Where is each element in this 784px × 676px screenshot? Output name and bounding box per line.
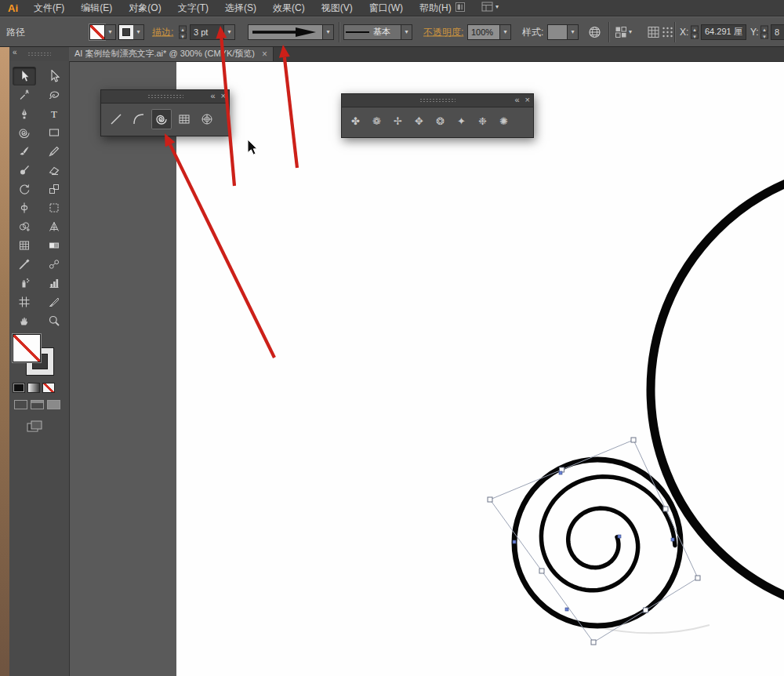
close-icon[interactable]: × bbox=[221, 91, 226, 101]
opacity-value[interactable]: 100% bbox=[467, 24, 500, 40]
symbol-styler-tool[interactable]: ✺ bbox=[494, 111, 514, 130]
rotate-tool[interactable] bbox=[13, 180, 35, 198]
normal-screen-mode-button[interactable] bbox=[14, 400, 27, 409]
slice-tool[interactable] bbox=[43, 293, 65, 311]
drag-handle[interactable] bbox=[27, 52, 51, 56]
paintbrush-tool[interactable] bbox=[13, 143, 35, 160]
blob-brush-tool[interactable] bbox=[13, 162, 35, 179]
stroke-weight-combo[interactable]: 3 pt ▾ bbox=[190, 24, 235, 40]
none-button[interactable] bbox=[42, 383, 55, 393]
menu-help[interactable]: 帮助(H) bbox=[416, 1, 455, 16]
polar-grid-tool[interactable] bbox=[197, 109, 217, 129]
symbol-stainer-tool[interactable]: ✦ bbox=[452, 111, 471, 130]
direct-selection-tool[interactable] bbox=[43, 67, 65, 85]
drag-handle[interactable] bbox=[419, 98, 456, 103]
stroke-weight-value[interactable]: 3 pt bbox=[190, 24, 224, 40]
opacity-panel-link[interactable]: 不透明度: bbox=[423, 25, 463, 38]
fill-color-swatch[interactable] bbox=[13, 334, 41, 362]
chevron-down-icon[interactable]: ▾ bbox=[133, 24, 144, 40]
free-transform-tool[interactable] bbox=[43, 199, 65, 216]
y-stepper[interactable]: ▴ ▾ bbox=[760, 25, 768, 38]
opacity-combo[interactable]: 100% ▾ bbox=[467, 24, 511, 40]
preferences-dropdown[interactable]: ▾ bbox=[615, 26, 632, 38]
step-down-icon[interactable]: ▾ bbox=[760, 32, 768, 38]
pen-tool[interactable] bbox=[13, 105, 35, 122]
step-down-icon[interactable]: ▾ bbox=[179, 32, 187, 38]
eraser-tool[interactable] bbox=[43, 162, 65, 179]
rectangle-tool[interactable] bbox=[43, 124, 65, 141]
hand-tool[interactable] bbox=[13, 312, 35, 329]
stroke-panel-link[interactable]: 描边: bbox=[152, 25, 173, 38]
type-tool[interactable]: T bbox=[43, 105, 65, 122]
menu-object[interactable]: 对象(O) bbox=[125, 1, 164, 16]
chevron-down-icon[interactable]: ▾ bbox=[401, 24, 412, 40]
perspective-grid-tool[interactable] bbox=[43, 218, 65, 235]
line-tools-panel[interactable]: « × bbox=[100, 89, 230, 136]
symbol-spinner-tool[interactable]: ❂ bbox=[430, 111, 450, 130]
workspace-switcher-icon[interactable]: ▾ bbox=[481, 2, 499, 12]
shape-builder-tool[interactable] bbox=[13, 218, 35, 235]
canvas-area[interactable] bbox=[70, 61, 784, 676]
gradient-tool[interactable] bbox=[43, 237, 65, 254]
change-screen-mode-icon[interactable] bbox=[27, 420, 69, 433]
menu-file[interactable]: 文件(F) bbox=[31, 1, 67, 16]
fullscreen-menu-mode-button[interactable] bbox=[31, 400, 44, 409]
spiral-tool[interactable] bbox=[13, 124, 35, 141]
symbol-sizer-tool[interactable]: ✥ bbox=[409, 111, 429, 130]
mesh-tool[interactable] bbox=[13, 237, 35, 254]
eyedropper-tool[interactable] bbox=[13, 256, 35, 273]
blend-tool[interactable] bbox=[43, 256, 65, 273]
chevron-down-icon[interactable]: ▾ bbox=[568, 24, 579, 40]
y-value-field[interactable]: 8 bbox=[771, 24, 784, 40]
menu-window[interactable]: 窗口(W) bbox=[366, 1, 406, 16]
variable-width-profile-combo[interactable]: ▾ bbox=[248, 24, 334, 40]
magic-wand-tool[interactable] bbox=[13, 86, 35, 104]
menu-edit[interactable]: 编辑(E) bbox=[78, 1, 115, 16]
lasso-tool[interactable] bbox=[43, 86, 65, 104]
step-down-icon[interactable]: ▾ bbox=[691, 32, 699, 38]
stroke-weight-stepper[interactable]: ▴ ▾ bbox=[179, 25, 187, 38]
toolbar-header[interactable]: « bbox=[9, 46, 70, 61]
menu-view[interactable]: 视图(V) bbox=[318, 1, 356, 16]
artboard[interactable] bbox=[176, 61, 784, 676]
chevron-down-icon[interactable]: ▾ bbox=[224, 24, 235, 40]
symbol-tools-panel-titlebar[interactable]: « × bbox=[342, 94, 533, 107]
chevron-down-icon[interactable]: ▾ bbox=[500, 24, 511, 40]
stroke-color-dropdown[interactable]: ▾ bbox=[119, 24, 144, 40]
collapse-icon[interactable]: « bbox=[13, 48, 17, 56]
fullscreen-mode-button[interactable] bbox=[47, 400, 60, 409]
scale-tool[interactable] bbox=[43, 180, 65, 198]
zoom-tool[interactable] bbox=[43, 312, 65, 329]
document-setup-icon[interactable] bbox=[588, 25, 601, 38]
menu-select[interactable]: 选择(S) bbox=[222, 1, 260, 16]
rectangular-grid-tool[interactable] bbox=[174, 109, 194, 129]
collapse-icon[interactable]: « bbox=[210, 91, 215, 101]
pencil-tool[interactable] bbox=[43, 143, 65, 160]
collapse-icon[interactable]: « bbox=[514, 95, 519, 105]
gradient-button[interactable] bbox=[27, 383, 40, 393]
step-up-icon[interactable]: ▴ bbox=[691, 25, 699, 31]
document-tab[interactable]: AI 案例绘制漂亮文字.ai* @ 300% (CMYK/预览) × bbox=[69, 46, 274, 61]
color-button[interactable] bbox=[13, 383, 25, 393]
width-tool[interactable] bbox=[13, 199, 35, 216]
symbol-scruncher-tool[interactable]: ✢ bbox=[388, 111, 408, 130]
close-icon[interactable]: × bbox=[525, 95, 530, 105]
line-segment-tool[interactable] bbox=[106, 109, 126, 129]
arc-tool[interactable] bbox=[129, 109, 149, 129]
symbol-sprayer-tool[interactable]: ✤ bbox=[346, 111, 365, 130]
step-up-icon[interactable]: ▴ bbox=[179, 25, 187, 31]
graphic-style-combo[interactable]: ▾ bbox=[547, 24, 579, 40]
align-icons[interactable] bbox=[648, 26, 673, 38]
artboard-tool[interactable] bbox=[13, 293, 35, 311]
x-stepper[interactable]: ▴ ▾ bbox=[691, 25, 699, 38]
close-icon[interactable]: × bbox=[262, 49, 267, 59]
symbol-tools-panel[interactable]: « × ✤ ❁ ✢ ✥ ❂ ✦ ❉ ✺ bbox=[341, 93, 534, 138]
x-value-field[interactable]: 64.291 厘 bbox=[701, 24, 746, 40]
line-tools-panel-titlebar[interactable]: « × bbox=[101, 90, 229, 104]
brush-definition-combo[interactable]: 基本 ▾ bbox=[343, 24, 412, 40]
drag-handle[interactable] bbox=[147, 94, 183, 99]
spiral-tool[interactable] bbox=[151, 109, 172, 129]
selection-tool[interactable] bbox=[13, 67, 35, 85]
column-graph-tool[interactable] bbox=[43, 274, 65, 292]
step-up-icon[interactable]: ▴ bbox=[760, 25, 768, 31]
